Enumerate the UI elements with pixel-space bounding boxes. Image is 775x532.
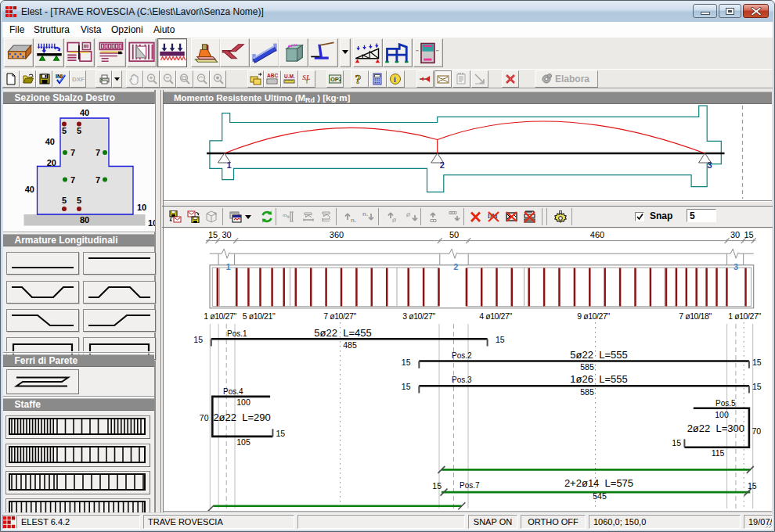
svg-text:50: 50	[449, 230, 459, 239]
svg-text:4 ø10/27": 4 ø10/27"	[479, 311, 512, 321]
svg-text:1: 1	[227, 160, 232, 170]
svg-text:10: 10	[148, 218, 155, 228]
svg-text:2: 2	[453, 262, 458, 271]
svg-text:5: 5	[61, 196, 66, 205]
svg-text:n.: n.	[362, 210, 368, 217]
svg-text:i: i	[394, 75, 396, 84]
svg-text:Pos.3: Pos.3	[452, 376, 472, 384]
svg-text:15: 15	[496, 335, 505, 344]
svg-text:40: 40	[24, 185, 34, 194]
svg-text:Pos.5: Pos.5	[716, 399, 736, 408]
svg-text:105: 105	[236, 437, 251, 447]
svg-text:40: 40	[79, 108, 88, 117]
svg-text:1ø26 L=555: 1ø26 L=555	[570, 373, 627, 385]
svg-text:15: 15	[672, 438, 681, 448]
svg-text:7 ø10/27": 7 ø10/27"	[323, 311, 356, 321]
svg-text:1: 1	[225, 262, 230, 271]
svg-text:7: 7	[95, 175, 99, 185]
svg-text:30: 30	[222, 230, 231, 239]
svg-text:n.: n.	[351, 217, 356, 223]
svg-text:20: 20	[46, 158, 56, 167]
svg-text:Pos.4: Pos.4	[223, 387, 243, 396]
svg-text:INI: INI	[56, 74, 63, 79]
svg-text:100: 100	[715, 410, 729, 419]
svg-text:15: 15	[402, 358, 411, 367]
svg-text:585: 585	[580, 362, 594, 372]
svg-text:100: 100	[236, 397, 251, 407]
svg-text:30: 30	[730, 230, 740, 239]
svg-text:3: 3	[734, 262, 738, 271]
svg-text:5: 5	[76, 196, 81, 205]
svg-text:7: 7	[70, 148, 75, 157]
svg-text:1 ø10/27": 1 ø10/27"	[204, 311, 236, 321]
svg-text:OPZ: OPZ	[330, 76, 341, 83]
svg-text:5: 5	[76, 126, 81, 135]
svg-text:360: 360	[330, 230, 344, 239]
svg-text:3: 3	[708, 160, 712, 170]
svg-text:80: 80	[79, 215, 88, 225]
svg-text:15: 15	[193, 335, 203, 344]
svg-text:115: 115	[712, 448, 725, 458]
svg-text:70: 70	[200, 413, 209, 422]
svg-text:15: 15	[432, 481, 442, 491]
svg-text:ø: ø	[406, 210, 411, 218]
svg-text:15: 15	[208, 230, 218, 239]
svg-text:ø: ø	[391, 215, 397, 223]
svg-text:2ø22 L=300: 2ø22 L=300	[687, 422, 744, 434]
svg-text:5ø22 L=455: 5ø22 L=455	[314, 327, 371, 339]
svg-text:585: 585	[580, 387, 594, 397]
svg-text:5ø22 L=555: 5ø22 L=555	[570, 349, 627, 361]
svg-text:15: 15	[752, 358, 762, 367]
svg-text:3 ø10/27": 3 ø10/27"	[402, 311, 435, 321]
svg-text:ABC: ABC	[267, 73, 278, 78]
svg-text:7: 7	[70, 175, 75, 185]
svg-text:5 ø10/21": 5 ø10/21"	[243, 311, 276, 321]
svg-text:7: 7	[95, 148, 99, 157]
svg-text:15: 15	[752, 382, 762, 391]
svg-text:Pos.1: Pos.1	[227, 329, 247, 338]
svg-text:545: 545	[593, 491, 607, 501]
svg-text:15: 15	[402, 382, 411, 391]
svg-text:15: 15	[276, 429, 286, 438]
svg-text:15: 15	[744, 230, 753, 239]
svg-text:485: 485	[343, 340, 357, 350]
svg-text:15: 15	[748, 481, 757, 491]
svg-text:2: 2	[440, 160, 445, 170]
svg-text:460: 460	[590, 230, 604, 239]
svg-text:5: 5	[61, 126, 66, 135]
svg-text:2+2ø14 L=575: 2+2ø14 L=575	[564, 477, 633, 489]
svg-text:9 ø10/27": 9 ø10/27"	[577, 311, 610, 321]
svg-text:70: 70	[752, 426, 762, 436]
svg-text:1 ø10/27": 1 ø10/27"	[728, 311, 761, 321]
svg-text:U.M.: U.M.	[284, 74, 295, 79]
svg-text:Pos.7: Pos.7	[460, 481, 480, 490]
svg-text:10: 10	[137, 203, 146, 212]
svg-text:DXF: DXF	[72, 76, 85, 83]
svg-text:7 ø10/18": 7 ø10/18"	[679, 311, 712, 321]
svg-text:?: ?	[355, 73, 361, 85]
svg-text:Pos.2: Pos.2	[452, 351, 472, 360]
svg-text:40: 40	[45, 137, 54, 146]
svg-text:2ø22 L=290: 2ø22 L=290	[213, 412, 270, 423]
